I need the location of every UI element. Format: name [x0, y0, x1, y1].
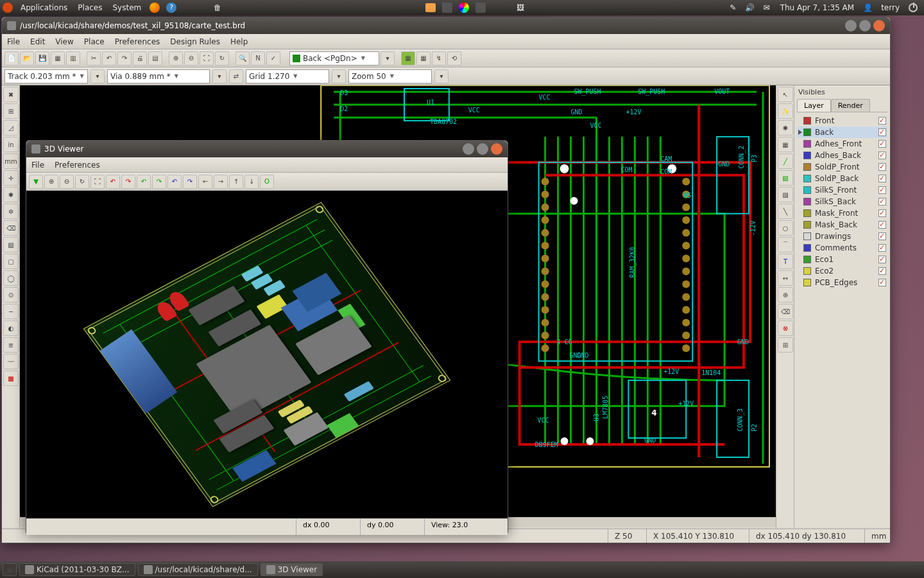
- 3d-pan-right[interactable]: →: [214, 175, 228, 189]
- netlist-button[interactable]: N: [251, 51, 265, 66]
- units-mm-icon[interactable]: mm: [3, 153, 19, 169]
- taskbar-item[interactable]: 3D Viewer: [261, 563, 323, 576]
- module-button[interactable]: ▥: [66, 51, 80, 66]
- 3d-pan-down[interactable]: ↓: [244, 175, 259, 189]
- layer-visible-checkbox[interactable]: [878, 140, 886, 148]
- layer-visible-checkbox[interactable]: [878, 186, 886, 194]
- grid-selector[interactable]: Grid 1.270▼: [246, 69, 329, 83]
- ratsnest-tool[interactable]: ✱: [778, 120, 793, 136]
- 3d-rot-z-pos[interactable]: ↷: [183, 175, 197, 189]
- grid-origin-tool[interactable]: ⊞: [778, 337, 793, 353]
- close-button[interactable]: [873, 20, 885, 31]
- autodelete-icon[interactable]: ⌫: [3, 220, 19, 236]
- 3d-rot-y-pos[interactable]: ↷: [152, 175, 166, 189]
- mode2-button[interactable]: ▦: [416, 51, 431, 66]
- drc-button[interactable]: ✓: [266, 51, 280, 66]
- terminal-icon[interactable]: [475, 2, 486, 13]
- firefox-icon[interactable]: [149, 2, 160, 13]
- gnome-system-menu[interactable]: System: [107, 3, 146, 12]
- track-show-icon[interactable]: ─: [3, 304, 19, 319]
- 3d-pan-left[interactable]: ←: [198, 175, 212, 189]
- input-icon[interactable]: ✎: [728, 2, 739, 13]
- zone-tool[interactable]: ▧: [778, 170, 793, 186]
- files-icon[interactable]: [425, 2, 436, 13]
- zoom-in-button[interactable]: ⊕: [169, 51, 183, 66]
- find-button[interactable]: 🔍: [235, 51, 250, 66]
- maximize-button[interactable]: [859, 20, 871, 31]
- grid-arrow[interactable]: ▾: [332, 69, 346, 83]
- circle-tool[interactable]: ○: [778, 220, 793, 236]
- user-icon[interactable]: 👤: [862, 2, 873, 13]
- origin-tool[interactable]: ⊗: [778, 320, 793, 336]
- power-icon[interactable]: [907, 2, 919, 13]
- polar-icon[interactable]: ◿: [3, 120, 19, 136]
- trash-icon[interactable]: 🗑: [212, 2, 223, 13]
- layer-row-adhes_back[interactable]: Adhes_Back: [797, 150, 887, 161]
- layer-visible-checkbox[interactable]: [878, 152, 886, 159]
- layer-row-eco2[interactable]: Eco2: [797, 265, 887, 277]
- 3d-fit-button[interactable]: ⛶: [90, 175, 105, 189]
- ubuntu-logo-icon[interactable]: [3, 3, 13, 13]
- taskbar-item[interactable]: KiCad (2011-03-30 BZ...: [19, 563, 135, 576]
- gnome-places-menu[interactable]: Places: [73, 3, 107, 12]
- mail-icon[interactable]: ✉: [761, 2, 773, 13]
- layer-arrow[interactable]: ▾: [381, 51, 395, 66]
- layer-visible-checkbox[interactable]: [878, 117, 886, 125]
- minimize-button[interactable]: [845, 20, 857, 31]
- 3d-rot-x-pos[interactable]: ↷: [121, 175, 135, 189]
- 3d-canvas[interactable]: [26, 191, 508, 518]
- menu-place[interactable]: Place: [79, 37, 110, 46]
- 3d-copy-button[interactable]: ⊕: [44, 175, 58, 189]
- user-menu[interactable]: terry: [876, 3, 905, 12]
- menu-view[interactable]: View: [50, 37, 78, 46]
- layers-toolbar-icon[interactable]: ≣: [3, 337, 19, 353]
- track-width-selector[interactable]: Track 0.203 mm *▼: [4, 69, 88, 83]
- keepout-tool[interactable]: ▨: [778, 187, 793, 202]
- show-desktop-icon[interactable]: ▣: [3, 563, 17, 576]
- zone-show-icon[interactable]: ▧: [3, 237, 19, 252]
- layer-row-drawings[interactable]: Drawings: [797, 231, 887, 242]
- menu-edit[interactable]: Edit: [25, 37, 50, 46]
- ratsnest-icon[interactable]: ✱: [3, 187, 19, 202]
- 3d-minimize-button[interactable]: [463, 143, 474, 155]
- units-in-icon[interactable]: in: [3, 137, 19, 152]
- taskbar-item[interactable]: /usr/local/kicad/share/d...: [138, 563, 258, 576]
- arc-tool[interactable]: ⌒: [778, 237, 793, 252]
- zoom-selector[interactable]: Zoom 50▼: [348, 69, 432, 83]
- applet-icon[interactable]: 🖼: [515, 2, 526, 13]
- layer-visible-checkbox[interactable]: [878, 244, 886, 252]
- cursor-icon[interactable]: ✛: [3, 170, 19, 186]
- menu-design-rules[interactable]: Design Rules: [165, 37, 225, 46]
- select-tool[interactable]: ↖: [778, 87, 793, 102]
- layer-visible-checkbox[interactable]: [878, 175, 886, 182]
- layer-row-soldp_front[interactable]: SoldP_Front: [797, 161, 887, 173]
- auto-track-button[interactable]: ⇄: [229, 69, 243, 83]
- page-button[interactable]: ▦: [51, 51, 65, 66]
- 3d-titlebar[interactable]: 3D Viewer: [26, 141, 508, 157]
- layer-row-mask_back[interactable]: Mask_Back: [797, 219, 887, 231]
- mode1-button[interactable]: ▦: [401, 51, 415, 66]
- 3d-reload-button[interactable]: ▼: [29, 175, 43, 189]
- track-tool[interactable]: ╱: [778, 153, 793, 169]
- redo-button[interactable]: ↷: [117, 51, 132, 66]
- layer-row-mask_front[interactable]: Mask_Front: [797, 207, 887, 219]
- layer-row-comments[interactable]: Comments: [797, 242, 887, 254]
- tab-render[interactable]: Render: [831, 99, 870, 112]
- 3d-ortho-button[interactable]: O: [260, 175, 274, 189]
- gnome-applications-menu[interactable]: Applications: [15, 3, 73, 12]
- zoom-redraw-button[interactable]: ↻: [215, 51, 229, 66]
- tab-layer[interactable]: Layer: [797, 99, 831, 112]
- layer-visible-checkbox[interactable]: [878, 279, 886, 286]
- 3d-rot-x-neg[interactable]: ↶: [106, 175, 120, 189]
- save-button[interactable]: 💾: [35, 51, 49, 66]
- layer-row-soldp_back[interactable]: SoldP_Back: [797, 173, 887, 184]
- layer-row-eco1[interactable]: Eco1: [797, 254, 887, 265]
- zoom-fit-button[interactable]: ⛶: [200, 51, 214, 66]
- 3d-zoomout-button[interactable]: ↻: [75, 175, 89, 189]
- layer-row-silks_front[interactable]: SilkS_Front: [797, 184, 887, 196]
- microwave-icon[interactable]: 〰: [3, 354, 19, 369]
- 3d-menu-file[interactable]: File: [26, 161, 49, 170]
- ratsnest-mod-icon[interactable]: ✲: [3, 204, 19, 219]
- autoroute-button[interactable]: ↯: [432, 51, 446, 66]
- 3d-rot-z-neg[interactable]: ↶: [167, 175, 182, 189]
